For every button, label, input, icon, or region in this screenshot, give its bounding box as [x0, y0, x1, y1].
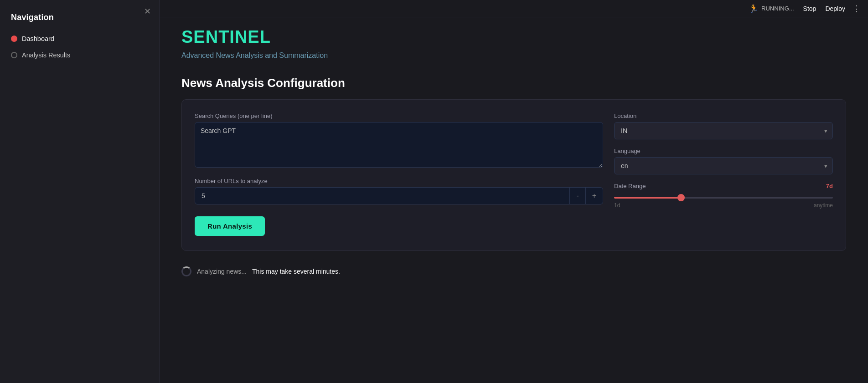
status-bar: Analyzing news... This may take several …: [181, 262, 846, 281]
topbar-running-status: 🏃 RUNNING...: [749, 4, 794, 14]
run-analysis-button[interactable]: Run Analysis: [195, 216, 265, 236]
date-range-label: Date Range: [614, 183, 646, 189]
date-range-value: 7d: [826, 183, 833, 189]
sidebar-item-analysis-results-label: Analysis Results: [22, 51, 70, 59]
app-title: SENTINEL: [181, 27, 846, 47]
sidebar: ✕ Navigation Dashboard Analysis Results: [0, 0, 160, 383]
main-content: SENTINEL Advanced News Analysis and Summ…: [160, 0, 868, 383]
sidebar-nav-title: Navigation: [0, 0, 159, 31]
date-range-label-row: Date Range 7d: [614, 183, 833, 189]
section-title: News Analysis Configuration: [181, 76, 846, 90]
urls-label: Number of URLs to analyze: [195, 178, 603, 184]
urls-value: 5: [195, 188, 569, 204]
left-column: Search Queries (one per line) Number of …: [195, 112, 603, 236]
location-select[interactable]: IN US UK AU CA: [614, 122, 833, 139]
deploy-button[interactable]: Deploy: [825, 5, 845, 12]
sidebar-item-dashboard-label: Dashboard: [22, 35, 54, 42]
nav-dot-analysis-results: [11, 52, 17, 58]
nav-dot-dashboard: [11, 36, 17, 42]
slider-min-label: 1d: [614, 202, 620, 209]
topbar: 🏃 RUNNING... Stop Deploy ⋮: [160, 0, 868, 17]
config-card: Search Queries (one per line) Number of …: [181, 99, 846, 251]
sidebar-item-dashboard[interactable]: Dashboard: [5, 31, 154, 46]
app-subtitle: Advanced News Analysis and Summarization: [181, 51, 846, 60]
date-range-slider[interactable]: [614, 197, 833, 199]
right-column: Location IN US UK AU CA Language: [614, 112, 833, 236]
sidebar-items: Dashboard Analysis Results: [0, 31, 159, 62]
language-select[interactable]: en hi fr de es: [614, 157, 833, 174]
search-queries-label: Search Queries (one per line): [195, 112, 603, 119]
status-text-static: Analyzing news...: [197, 268, 247, 275]
search-queries-input[interactable]: [195, 122, 603, 168]
location-label: Location: [614, 112, 833, 119]
sidebar-item-analysis-results[interactable]: Analysis Results: [5, 48, 154, 62]
config-grid: Search Queries (one per line) Number of …: [195, 112, 833, 236]
urls-number-input: 5 - +: [195, 187, 603, 204]
increment-button[interactable]: +: [585, 188, 603, 204]
decrement-button[interactable]: -: [569, 188, 585, 204]
run-analysis-wrapper: Run Analysis: [195, 213, 603, 236]
language-field: Language en hi fr de es: [614, 148, 833, 174]
status-text-highlight: This may take several minutes.: [252, 268, 340, 275]
sidebar-close-button[interactable]: ✕: [144, 6, 151, 16]
search-queries-field: Search Queries (one per line): [195, 112, 603, 169]
date-range-field: Date Range 7d 1d anytime: [614, 183, 833, 209]
running-label: RUNNING...: [761, 5, 794, 12]
status-spinner: [181, 266, 191, 276]
language-label: Language: [614, 148, 833, 154]
stop-button[interactable]: Stop: [801, 4, 818, 13]
more-options-button[interactable]: ⋮: [852, 4, 861, 14]
urls-field: Number of URLs to analyze 5 - +: [195, 178, 603, 204]
location-field: Location IN US UK AU CA: [614, 112, 833, 139]
running-icon: 🏃: [749, 4, 759, 14]
slider-endpoints: 1d anytime: [614, 202, 833, 209]
location-select-wrapper: IN US UK AU CA: [614, 122, 833, 139]
slider-max-label: anytime: [814, 202, 833, 209]
language-select-wrapper: en hi fr de es: [614, 157, 833, 174]
